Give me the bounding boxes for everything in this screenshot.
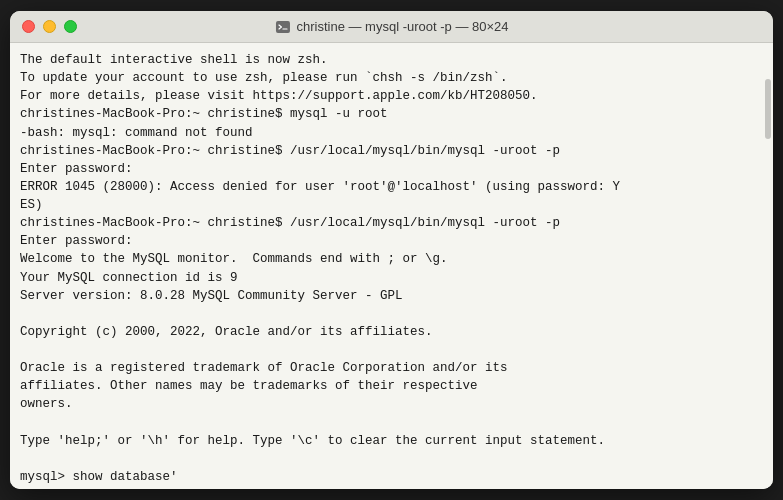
title-bar: christine — mysql -uroot -p — 80×24 <box>10 11 773 43</box>
svg-rect-0 <box>275 21 289 33</box>
terminal-content: The default interactive shell is now zsh… <box>20 51 763 486</box>
traffic-lights <box>22 20 77 33</box>
window-title: christine — mysql -uroot -p — 80×24 <box>274 19 508 35</box>
close-button[interactable] <box>22 20 35 33</box>
terminal-body[interactable]: The default interactive shell is now zsh… <box>10 43 773 489</box>
minimize-button[interactable] <box>43 20 56 33</box>
terminal-wrapper: The default interactive shell is now zsh… <box>10 43 773 489</box>
maximize-button[interactable] <box>64 20 77 33</box>
terminal-window: christine — mysql -uroot -p — 80×24 The … <box>10 11 773 489</box>
title-label: christine — mysql -uroot -p — 80×24 <box>296 19 508 34</box>
terminal-icon <box>274 19 290 35</box>
scrollbar-thumb[interactable] <box>765 79 771 139</box>
scrollbar[interactable] <box>765 75 771 489</box>
